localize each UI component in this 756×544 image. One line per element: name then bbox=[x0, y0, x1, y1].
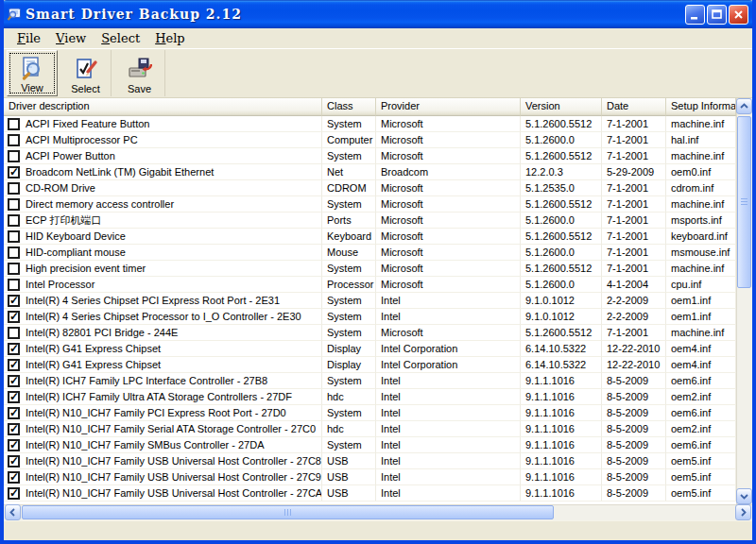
table-row[interactable]: ECP 打印机端口PortsMicrosoft5.1.2600.07-1-200… bbox=[4, 212, 736, 229]
cell-inf: oem2.inf bbox=[666, 421, 736, 437]
table-row[interactable]: Intel(R) 82801 PCI Bridge - 244ESystemMi… bbox=[4, 325, 736, 341]
table-row[interactable]: ✓Intel(R) ICH7 Family LPC Interface Cont… bbox=[4, 373, 736, 389]
table-row[interactable]: ✓Intel(R) N10_ICH7 Family PCI Express Ro… bbox=[4, 405, 736, 421]
table-row[interactable]: Intel ProcessorProcessorMicrosoft5.1.260… bbox=[4, 277, 736, 293]
cell-inf: hal.inf bbox=[666, 132, 736, 148]
row-checkbox[interactable]: ✓ bbox=[8, 407, 20, 419]
view-button[interactable]: View bbox=[7, 50, 58, 96]
cell-version: 9.1.0.1012 bbox=[521, 309, 602, 325]
table-row[interactable]: ✓Intel(R) ICH7 Family Ultra ATA Storage … bbox=[4, 389, 736, 405]
titlebar[interactable]: Smart Driver Backup 2.12 bbox=[0, 0, 756, 28]
cell-provider: Microsoft bbox=[376, 261, 521, 277]
horizontal-scrollbar[interactable] bbox=[4, 504, 752, 520]
cell-inf: oem6.inf bbox=[666, 437, 736, 453]
table-row[interactable]: ✓Intel(R) N10_ICH7 Family Serial ATA Sto… bbox=[4, 421, 736, 437]
column-header-class[interactable]: Class bbox=[322, 98, 376, 116]
cell-cls: System bbox=[322, 196, 376, 212]
cell-date: 4-1-2004 bbox=[602, 277, 666, 293]
row-checkbox[interactable]: ✓ bbox=[8, 391, 20, 403]
row-checkbox[interactable]: ✓ bbox=[8, 166, 20, 178]
cell-description: ✓Intel(R) N10_ICH7 Family USB Universal … bbox=[4, 469, 322, 485]
row-checkbox[interactable]: ✓ bbox=[8, 359, 20, 371]
table-row[interactable]: ✓Broadcom NetLink (TM) Gigabit EthernetN… bbox=[4, 164, 736, 180]
table-row[interactable]: CD-ROM DriveCDROMMicrosoft5.1.2535.07-1-… bbox=[4, 180, 736, 196]
cell-version: 9.1.0.1012 bbox=[521, 293, 602, 309]
table-row[interactable]: ACPI Fixed Feature ButtonSystemMicrosoft… bbox=[4, 116, 736, 132]
cell-description: ACPI Fixed Feature Button bbox=[4, 116, 322, 132]
row-checkbox[interactable]: ✓ bbox=[8, 343, 20, 355]
select-button[interactable]: Select bbox=[60, 50, 112, 96]
vertical-scroll-thumb[interactable] bbox=[737, 116, 751, 288]
menu-view[interactable]: View bbox=[48, 30, 94, 46]
row-checkbox[interactable] bbox=[8, 263, 20, 275]
cell-cls: System bbox=[322, 148, 376, 164]
menubar: File View Select Help bbox=[4, 28, 752, 48]
scroll-up-button[interactable] bbox=[736, 98, 752, 114]
table-row[interactable]: ✓Intel(R) N10_ICH7 Family SMBus Controll… bbox=[4, 437, 736, 453]
row-checkbox[interactable] bbox=[8, 214, 20, 227]
close-button[interactable] bbox=[729, 5, 748, 25]
cell-provider: Intel bbox=[376, 469, 521, 485]
scroll-right-button[interactable] bbox=[735, 504, 751, 520]
cell-inf: oem5.inf bbox=[666, 485, 736, 502]
column-header-setup-information[interactable]: Setup Informa bbox=[666, 98, 736, 116]
table-row[interactable]: ✓Intel(R) N10_ICH7 Family USB Universal … bbox=[4, 485, 736, 502]
row-checkbox[interactable] bbox=[8, 198, 20, 211]
cell-date: 7-1-2001 bbox=[602, 116, 666, 132]
row-checkbox[interactable]: ✓ bbox=[8, 455, 20, 468]
table-row[interactable]: ✓Intel(R) G41 Express ChipsetDisplayInte… bbox=[4, 357, 736, 373]
minimize-button[interactable] bbox=[685, 5, 705, 25]
table-row[interactable]: ✓Intel(R) N10_ICH7 Family USB Universal … bbox=[4, 453, 736, 469]
menu-file[interactable]: File bbox=[9, 30, 48, 46]
window-title: Smart Driver Backup 2.12 bbox=[26, 7, 242, 22]
scroll-down-button[interactable] bbox=[736, 488, 752, 504]
row-checkbox[interactable] bbox=[8, 182, 20, 195]
row-checkbox[interactable] bbox=[8, 327, 20, 339]
row-checkbox[interactable] bbox=[8, 150, 20, 162]
row-checkbox[interactable] bbox=[8, 118, 20, 130]
row-checkbox[interactable] bbox=[8, 230, 20, 243]
row-checkbox[interactable]: ✓ bbox=[8, 487, 20, 500]
cell-date: 7-1-2001 bbox=[602, 261, 666, 277]
column-header-provider[interactable]: Provider bbox=[376, 98, 521, 116]
row-checkbox[interactable]: ✓ bbox=[8, 311, 20, 323]
row-checkbox[interactable] bbox=[8, 279, 20, 291]
table-row[interactable]: ✓Intel(R) 4 Series Chipset Processor to … bbox=[4, 309, 736, 325]
row-checkbox[interactable]: ✓ bbox=[8, 295, 20, 307]
vertical-scrollbar[interactable] bbox=[736, 98, 752, 504]
column-header-driver-description[interactable]: Driver description bbox=[4, 98, 322, 116]
menu-select[interactable]: Select bbox=[94, 30, 147, 46]
table-row[interactable]: ACPI Power ButtonSystemMicrosoft5.1.2600… bbox=[4, 148, 736, 164]
table-row[interactable]: Direct memory access controllerSystemMic… bbox=[4, 196, 736, 212]
scroll-left-button[interactable] bbox=[5, 504, 21, 520]
horizontal-scroll-thumb[interactable] bbox=[22, 505, 554, 519]
table-row[interactable]: HID Keyboard DeviceKeyboardMicrosoft5.1.… bbox=[4, 229, 736, 245]
cell-description: HID-compliant mouse bbox=[4, 245, 322, 261]
row-checkbox[interactable]: ✓ bbox=[8, 375, 20, 387]
column-header-version[interactable]: Version bbox=[521, 98, 602, 116]
row-checkbox[interactable] bbox=[8, 134, 20, 146]
row-checkbox[interactable]: ✓ bbox=[8, 439, 20, 451]
minimize-icon bbox=[689, 8, 701, 21]
cell-cls: System bbox=[322, 437, 376, 453]
cell-provider: Broadcom bbox=[376, 164, 521, 180]
save-button[interactable]: Save bbox=[114, 50, 165, 96]
row-checkbox[interactable]: ✓ bbox=[8, 423, 20, 435]
table-row[interactable]: High precision event timerSystemMicrosof… bbox=[4, 261, 736, 277]
menu-help[interactable]: Help bbox=[147, 30, 193, 46]
table-row[interactable]: ✓Intel(R) G41 Express ChipsetDisplayInte… bbox=[4, 341, 736, 357]
cell-inf: machine.inf bbox=[666, 196, 736, 212]
cell-cls: Mouse bbox=[322, 245, 376, 261]
cell-date: 7-1-2001 bbox=[602, 212, 666, 229]
row-checkbox[interactable]: ✓ bbox=[8, 471, 20, 484]
cell-description: Intel(R) 82801 PCI Bridge - 244E bbox=[4, 325, 322, 341]
table-row[interactable]: HID-compliant mouseMouseMicrosoft5.1.260… bbox=[4, 245, 736, 261]
row-checkbox[interactable] bbox=[8, 246, 20, 259]
save-button-label: Save bbox=[128, 83, 151, 94]
table-row[interactable]: ✓Intel(R) N10_ICH7 Family USB Universal … bbox=[4, 469, 736, 485]
column-header-date[interactable]: Date bbox=[602, 98, 666, 116]
table-row[interactable]: ✓Intel(R) 4 Series Chipset PCI Express R… bbox=[4, 293, 736, 309]
cell-version: 9.1.1.1016 bbox=[521, 421, 602, 437]
table-row[interactable]: ACPI Multiprocessor PCComputerMicrosoft5… bbox=[4, 132, 736, 148]
maximize-button[interactable] bbox=[707, 5, 727, 25]
